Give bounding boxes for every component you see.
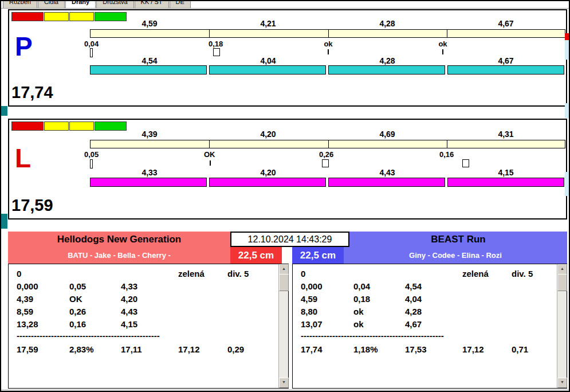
- table-cell: 4,39: [17, 294, 33, 304]
- track-divider: [209, 140, 210, 148]
- table-total-cell: 17,59: [17, 344, 38, 354]
- lane-total-p: 17,74: [11, 84, 53, 101]
- sensor-marker-tick-icon: [328, 49, 329, 54]
- sensor-marker-box-icon: [213, 48, 220, 56]
- sensor-marker-box-icon: [462, 159, 469, 167]
- table-total-cell: 17,12: [462, 344, 484, 354]
- team-left-name-band: Hellodogs New Generation: [8, 232, 230, 247]
- tab-druzstva[interactable]: Družstva: [96, 1, 133, 9]
- table-divider: ----------------------------------------…: [301, 331, 473, 340]
- tab-cidla[interactable]: Čidla: [38, 1, 65, 9]
- scroll-down-button[interactable]: ▼: [279, 378, 289, 388]
- scrollbar-thumb[interactable]: [279, 274, 289, 291]
- down-arrow-icon: ▼: [560, 380, 564, 384]
- track-divider: [447, 30, 447, 37]
- table-total-cell: 1,18%: [353, 344, 378, 354]
- table-divider: ----------------------------------------…: [17, 331, 188, 340]
- background-window-fragment: [565, 103, 569, 118]
- vertical-scrollbar[interactable]: ▲ ▼: [557, 264, 567, 388]
- track-divider: [209, 30, 210, 37]
- sensor-marker-box-icon: [322, 159, 329, 167]
- sensor-marker-tick-icon: [442, 49, 443, 54]
- table-cell: 0,26: [69, 307, 86, 316]
- lap-bar: [447, 178, 564, 187]
- tab-rozbeh[interactable]: Rozběh: [3, 1, 37, 9]
- lap-time: 4,04: [209, 56, 328, 65]
- team-left-name: Hellodogs New Generation: [8, 232, 230, 247]
- status-box-red: [11, 12, 44, 21]
- track-divider: [447, 140, 447, 148]
- lap-bar: [328, 178, 445, 187]
- table-cell: div. 5: [227, 269, 249, 279]
- split-time: 4,31: [446, 130, 565, 139]
- team-left-members-band: BATU - Jake - Bella - Cherry - 22,5 cm: [8, 247, 282, 264]
- table-cell: 4,67: [405, 319, 422, 329]
- status-box-yellow-1: [44, 121, 69, 131]
- sensor-delta-label: 0,16: [439, 150, 454, 159]
- lane-label-l: L: [15, 145, 31, 171]
- table-cell: 13,28: [17, 319, 38, 329]
- lap-bar: [209, 178, 326, 187]
- table-cell: div. 5: [512, 269, 533, 279]
- lap-bar: [328, 65, 445, 75]
- table-cell: 0,000: [17, 281, 38, 291]
- team-left-height: 22,5 cm: [230, 247, 282, 264]
- table-cell: ok: [353, 319, 364, 329]
- background-window-fragment: [1, 214, 7, 229]
- team-right-height: 22,5 cm: [292, 247, 344, 264]
- lane-panel-p: P 17,74 4,59 4,21 4,28 4,67 0,04 0,18 ok…: [8, 9, 567, 107]
- up-arrow-icon: ▲: [560, 266, 564, 271]
- team-left-results-table[interactable]: 0 zelená div. 5 0,000 0,05 4,33 4,39 OK …: [8, 264, 289, 389]
- lap-bar: [90, 178, 207, 187]
- timestamp: 12.10.2024 14:43:29: [230, 232, 349, 247]
- split-track: [90, 29, 565, 38]
- table-total-cell: 17,53: [405, 344, 427, 354]
- tab-drahy[interactable]: Dráhy: [65, 1, 96, 9]
- scroll-down-button[interactable]: ▼: [557, 378, 567, 388]
- sensor-delta-label: 0,18: [209, 40, 223, 48]
- table-cell: 4,28: [405, 307, 422, 316]
- scroll-up-button[interactable]: ▲: [279, 264, 289, 275]
- team-right-members-band: 22,5 cm Giny - Codee - Elina - Rozi: [292, 247, 567, 264]
- split-time: 4,67: [446, 19, 565, 28]
- tab-bar: Rozběh Čidla Dráhy Družstva KK / ST DE: [1, 1, 569, 9]
- table-cell: 0,04: [353, 281, 370, 291]
- table-total-cell: 17,12: [178, 344, 200, 354]
- split-time: 4,39: [90, 130, 209, 139]
- team-left-members: BATU - Jake - Bella - Cherry -: [8, 247, 230, 264]
- table-cell: 0,05: [69, 281, 86, 291]
- track-divider: [328, 140, 329, 148]
- lap-time: 4,43: [328, 168, 447, 177]
- track-divider: [328, 30, 329, 37]
- team-right-name: BEAST Run: [349, 232, 567, 247]
- table-total-cell: 0,29: [227, 344, 244, 354]
- split-time: 4,21: [209, 19, 328, 28]
- table-cell: 4,59: [301, 294, 317, 304]
- lap-bar: [209, 65, 326, 75]
- table-cell: zelená: [178, 269, 205, 279]
- tab-de[interactable]: DE: [170, 1, 191, 9]
- tab-kk-st[interactable]: KK / ST: [135, 1, 169, 9]
- scroll-up-button[interactable]: ▲: [557, 264, 567, 275]
- table-cell: 8,80: [301, 307, 317, 316]
- lap-time: 4,28: [328, 56, 447, 65]
- vertical-scrollbar[interactable]: ▲ ▼: [278, 264, 288, 388]
- table-cell: zelená: [462, 269, 489, 279]
- team-right-results-table[interactable]: 0 zelená div. 5 0,000 0,04 4,54 4,59 0,1…: [292, 264, 567, 389]
- split-time: 4,59: [90, 19, 209, 28]
- table-cell: 0,16: [69, 319, 86, 329]
- table-cell: 8,59: [17, 307, 33, 316]
- sensor-marker-tick-icon: [210, 160, 211, 166]
- split-time: 4,28: [328, 19, 447, 28]
- lap-time: 4,67: [446, 56, 565, 65]
- table-cell: 4,04: [405, 294, 422, 304]
- sensor-delta-label: OK: [204, 150, 215, 159]
- background-window-fragment: [1, 106, 7, 116]
- sensor-marker-bar-icon: [90, 159, 93, 168]
- table-total-cell: 2,83%: [69, 344, 94, 354]
- table-cell: 4,20: [121, 294, 137, 304]
- lap-time: 4,20: [209, 168, 328, 177]
- scrollbar-thumb[interactable]: [557, 274, 567, 291]
- lane-panel-l: L 17,59 4,39 4,20 4,69 4,31 0,05 OK 0,26…: [8, 119, 567, 219]
- down-arrow-icon: ▼: [282, 380, 286, 384]
